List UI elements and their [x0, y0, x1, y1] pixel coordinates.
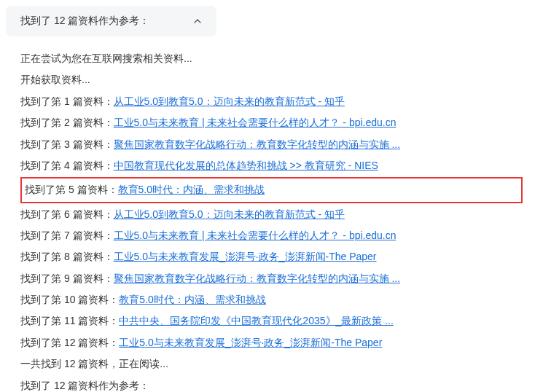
- result-link[interactable]: 中共中央、国务院印发《中国教育现代化2035》_最新政策 ...: [119, 315, 394, 326]
- result-row: 找到了第 8 篇资料：工业5.0与未来教育发展_澎湃号·政务_澎湃新闻-The …: [20, 246, 523, 267]
- results-list: 找到了第 1 篇资料：从工业5.0到教育5.0：迈向未来的教育新范式 - 知乎找…: [20, 91, 523, 353]
- result-row: 找到了第 2 篇资料：工业5.0与未来教育 | 未来社会需要什么样的人才？ - …: [20, 112, 523, 133]
- result-prefix: 找到了第 4 篇资料：: [20, 160, 114, 171]
- result-prefix: 找到了第 8 篇资料：: [20, 251, 114, 262]
- result-prefix: 找到了第 12 篇资料：: [20, 337, 119, 348]
- result-link[interactable]: 工业5.0与未来教育 | 未来社会需要什么样的人才？ - bpi.edu.cn: [114, 117, 396, 128]
- result-row: 找到了第 9 篇资料：聚焦国家教育数字化战略行动：教育数字化转型的内涵与实施 .…: [20, 268, 523, 289]
- summary-text: 找到了 12 篇资料作为参考：: [20, 15, 149, 28]
- summary-toggle[interactable]: 找到了 12 篇资料作为参考：: [6, 6, 216, 36]
- result-link[interactable]: 工业5.0与未来教育 | 未来社会需要什么样的人才？ - bpi.edu.cn: [114, 230, 396, 241]
- result-row: 找到了第 3 篇资料：聚焦国家教育数字化战略行动：教育数字化转型的内涵与实施 .…: [20, 134, 523, 155]
- intro-line-2: 开始获取资料...: [20, 69, 523, 90]
- result-row: 找到了第 6 篇资料：从工业5.0到教育5.0：迈向未来的教育新范式 - 知乎: [20, 204, 523, 225]
- result-row: 找到了第 5 篇资料：教育5.0时代：内涵、需求和挑战: [25, 181, 518, 199]
- chevron-up-icon: [193, 17, 202, 26]
- result-row: 找到了第 10 篇资料：教育5.0时代：内涵、需求和挑战: [20, 289, 523, 310]
- result-row: 找到了第 11 篇资料：中共中央、国务院印发《中国教育现代化2035》_最新政策…: [20, 310, 523, 332]
- result-prefix: 找到了第 2 篇资料：: [20, 117, 114, 128]
- footer-line-1: 一共找到 12 篇资料，正在阅读...: [20, 353, 523, 375]
- result-prefix: 找到了第 11 篇资料：: [20, 315, 119, 326]
- result-row: 找到了第 1 篇资料：从工业5.0到教育5.0：迈向未来的教育新范式 - 知乎: [20, 91, 523, 112]
- result-link[interactable]: 工业5.0与未来教育发展_澎湃号·政务_澎湃新闻-The Paper: [119, 337, 382, 348]
- result-prefix: 找到了第 5 篇资料：: [25, 184, 118, 195]
- result-row: 找到了第 12 篇资料：工业5.0与未来教育发展_澎湃号·政务_澎湃新闻-The…: [20, 332, 523, 353]
- result-link[interactable]: 从工业5.0到教育5.0：迈向未来的教育新范式 - 知乎: [114, 208, 345, 220]
- result-link[interactable]: 聚焦国家教育数字化战略行动：教育数字化转型的内涵与实施 ...: [114, 138, 401, 150]
- intro-line-1: 正在尝试为您在互联网搜索相关资料...: [20, 48, 523, 69]
- result-prefix: 找到了第 10 篇资料：: [20, 294, 119, 305]
- result-row: 找到了第 7 篇资料：工业5.0与未来教育 | 未来社会需要什么样的人才？ - …: [20, 225, 523, 246]
- highlighted-result: 找到了第 5 篇资料：教育5.0时代：内涵、需求和挑战: [20, 177, 523, 203]
- result-prefix: 找到了第 6 篇资料：: [20, 208, 114, 220]
- result-row: 找到了第 4 篇资料：中国教育现代化发展的总体趋势和挑战 >> 教育研究 - N…: [20, 155, 523, 176]
- result-prefix: 找到了第 3 篇资料：: [20, 138, 114, 150]
- results-content: 正在尝试为您在互联网搜索相关资料... 开始获取资料... 找到了第 1 篇资料…: [0, 48, 543, 392]
- result-prefix: 找到了第 9 篇资料：: [20, 273, 114, 284]
- result-link[interactable]: 聚焦国家教育数字化战略行动：教育数字化转型的内涵与实施 ...: [114, 273, 401, 284]
- footer-line-2: 找到了 12 篇资料作为参考：: [20, 375, 523, 392]
- result-link[interactable]: 中国教育现代化发展的总体趋势和挑战 >> 教育研究 - NIES: [114, 160, 378, 171]
- result-link[interactable]: 工业5.0与未来教育发展_澎湃号·政务_澎湃新闻-The Paper: [114, 251, 377, 262]
- result-link[interactable]: 教育5.0时代：内涵、需求和挑战: [118, 184, 265, 195]
- result-link[interactable]: 教育5.0时代：内涵、需求和挑战: [119, 294, 265, 305]
- result-link[interactable]: 从工业5.0到教育5.0：迈向未来的教育新范式 - 知乎: [114, 95, 345, 107]
- result-prefix: 找到了第 1 篇资料：: [20, 95, 114, 107]
- result-prefix: 找到了第 7 篇资料：: [20, 230, 114, 241]
